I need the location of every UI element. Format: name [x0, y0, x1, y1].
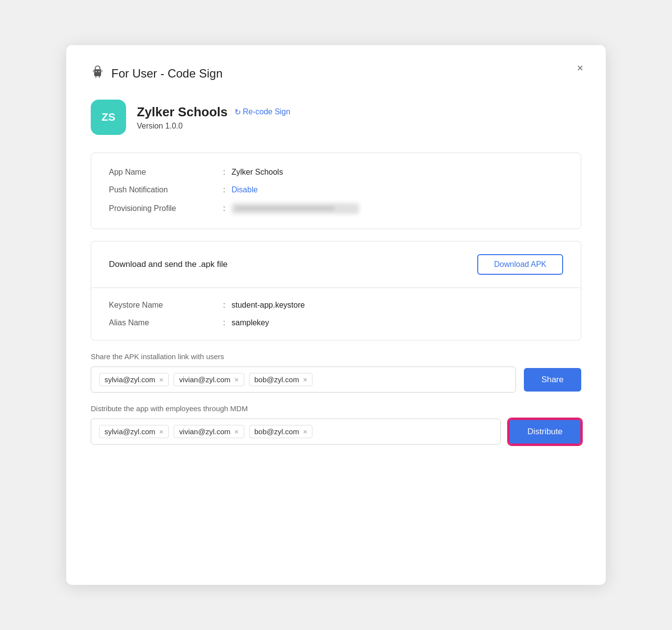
close-button[interactable]: ×: [577, 63, 583, 74]
distribute-section-label: Distribute the app with employees throug…: [91, 404, 581, 413]
keystore-name-label: Keystore Name: [109, 301, 217, 310]
share-email-input[interactable]: sylvia@zyl.com × vivian@zyl.com × bob@zy…: [91, 367, 516, 393]
modal-title: For User - Code Sign: [111, 67, 223, 80]
recode-sign-label: Re-code Sign: [243, 107, 290, 116]
colon-2: :: [217, 185, 232, 194]
push-notification-row: Push Notification : Disable: [109, 185, 563, 194]
app-name: Zylker Schools: [137, 105, 228, 120]
colon-3: :: [217, 204, 232, 213]
share-remove-email-1[interactable]: ×: [159, 376, 164, 383]
alias-name-label: Alias Name: [109, 318, 217, 327]
alias-name-value: samplekey: [232, 318, 269, 327]
provisioning-profile-row: Provisioning Profile : •••••••••••••••••…: [109, 203, 563, 214]
app-version: Version 1.0.0: [137, 122, 290, 131]
share-email-1-text: sylvia@zyl.com: [104, 375, 155, 384]
download-apk-button[interactable]: Download APK: [477, 254, 563, 275]
distribute-email-1-text: sylvia@zyl.com: [104, 427, 155, 436]
share-email-tag-2: vivian@zyl.com ×: [174, 373, 244, 386]
share-section-label: Share the APK installation link with use…: [91, 352, 581, 361]
app-name-row: Zylker Schools ↻ Re-code Sign: [137, 105, 290, 120]
share-button[interactable]: Share: [524, 368, 581, 392]
distribute-email-tag-2: vivian@zyl.com ×: [174, 425, 244, 438]
app-name-block: Zylker Schools ↻ Re-code Sign Version 1.…: [137, 105, 290, 131]
push-notification-label: Push Notification: [109, 185, 217, 194]
distribute-remove-email-2[interactable]: ×: [234, 428, 239, 435]
distribute-email-row: sylvia@zyl.com × vivian@zyl.com × bob@zy…: [91, 419, 581, 445]
share-email-row: sylvia@zyl.com × vivian@zyl.com × bob@zy…: [91, 367, 581, 393]
distribute-remove-email-3[interactable]: ×: [303, 428, 308, 435]
share-email-2-text: vivian@zyl.com: [179, 375, 230, 384]
share-remove-email-2[interactable]: ×: [234, 376, 239, 383]
download-top: Download and send the .apk file Download…: [91, 241, 581, 288]
share-remove-email-3[interactable]: ×: [303, 376, 308, 383]
app-name-row: App Name : Zylker Schools: [109, 168, 563, 177]
push-notification-value[interactable]: Disable: [232, 185, 258, 194]
svg-point-1: [99, 71, 100, 72]
distribute-email-2-text: vivian@zyl.com: [179, 427, 230, 436]
modal: For User - Code Sign × ZS Zylker Schools…: [66, 45, 606, 585]
colon-1: :: [217, 168, 232, 177]
download-text: Download and send the .apk file: [109, 260, 228, 269]
provisioning-profile-value: ••••••••••••••••••••••••••••••••••••: [232, 203, 359, 214]
distribute-email-tag-1: sylvia@zyl.com ×: [99, 425, 169, 438]
share-email-tag-1: sylvia@zyl.com ×: [99, 373, 169, 386]
keystore-section: Keystore Name : student-app.keystore Ali…: [91, 288, 581, 340]
svg-point-0: [96, 71, 97, 72]
distribute-section: Distribute the app with employees throug…: [91, 404, 581, 445]
share-email-tag-3: bob@zyl.com ×: [249, 373, 313, 386]
recode-icon: ↻: [234, 107, 241, 117]
distribute-email-3-text: bob@zyl.com: [255, 427, 299, 436]
app-name-value: Zylker Schools: [232, 168, 283, 177]
distribute-email-input[interactable]: sylvia@zyl.com × vivian@zyl.com × bob@zy…: [91, 419, 501, 445]
alias-name-row: Alias Name : samplekey: [109, 318, 563, 327]
keystore-name-value: student-app.keystore: [232, 301, 305, 310]
app-details-card: App Name : Zylker Schools Push Notificat…: [91, 153, 581, 229]
share-section: Share the APK installation link with use…: [91, 352, 581, 393]
distribute-remove-email-1[interactable]: ×: [159, 428, 164, 435]
provisioning-profile-label: Provisioning Profile: [109, 204, 217, 213]
app-info-row: ZS Zylker Schools ↻ Re-code Sign Version…: [91, 100, 581, 135]
distribute-email-tag-3: bob@zyl.com ×: [249, 425, 313, 438]
keystore-name-row: Keystore Name : student-app.keystore: [109, 301, 563, 310]
app-avatar: ZS: [91, 100, 126, 135]
distribute-button[interactable]: Distribute: [509, 419, 581, 445]
recode-sign-link[interactable]: ↻ Re-code Sign: [234, 107, 290, 117]
app-name-label: App Name: [109, 168, 217, 177]
share-email-3-text: bob@zyl.com: [255, 375, 299, 384]
colon-5: :: [217, 318, 232, 327]
colon-4: :: [217, 301, 232, 310]
android-icon: [91, 65, 104, 82]
modal-header: For User - Code Sign: [91, 65, 581, 82]
download-card: Download and send the .apk file Download…: [91, 241, 581, 341]
